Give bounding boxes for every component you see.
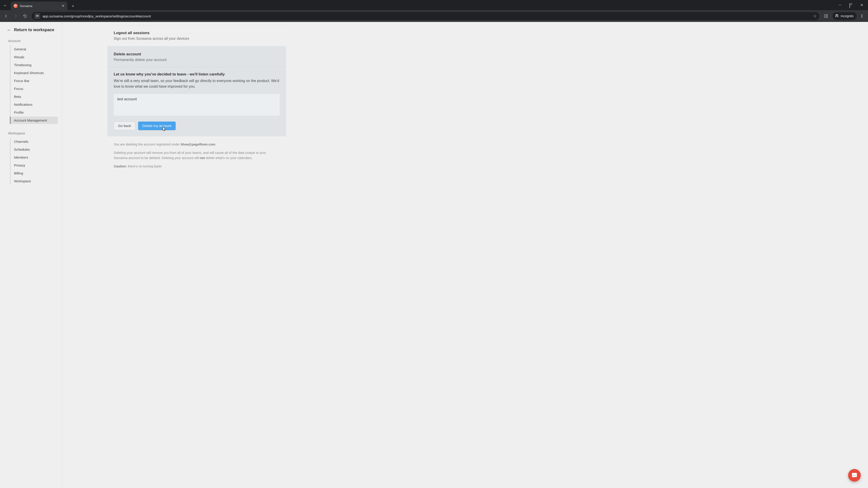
delete-account-header: Delete account Permanently delete your a…: [107, 46, 286, 67]
feedback-title: Let us know why you've decided to leave …: [114, 72, 280, 76]
go-back-button[interactable]: Go back: [114, 122, 135, 130]
sidebar-item-workspace[interactable]: Workspace: [10, 177, 58, 185]
fineprint-pre: You are deleting the account registered …: [114, 142, 181, 146]
settings-sidebar: ← Return to workspace Account GeneralRit…: [0, 22, 62, 488]
window-close-button[interactable]: ✕: [856, 1, 867, 9]
new-tab-button[interactable]: ＋: [70, 2, 76, 9]
tab-close-icon[interactable]: ✕: [62, 4, 65, 8]
tab-title: Sunsama: [20, 4, 59, 8]
nav-back-button[interactable]: [2, 12, 10, 20]
intercom-chat-button[interactable]: [848, 469, 861, 482]
sidebar-section-workspace: Workspace: [0, 130, 59, 137]
caution-text: there's no turning back!: [127, 164, 162, 168]
logout-sessions-block[interactable]: Logout all sessions Sign out from Sunsam…: [107, 25, 286, 46]
delete-feedback-section: Let us know why you've decided to leave …: [107, 67, 286, 136]
sidebar-item-keyboard-shortcuts[interactable]: Keyboard Shortcuts: [10, 69, 58, 76]
sidebar-item-billing[interactable]: Billing: [10, 169, 58, 177]
browser-tab-active[interactable]: Sunsama ✕: [11, 2, 67, 10]
fineprint-not: not: [199, 156, 205, 160]
tab-search-dropdown[interactable]: [0, 1, 9, 10]
sidebar-item-privacy[interactable]: Privacy: [10, 162, 58, 169]
svg-rect-2: [825, 15, 828, 18]
window-maximize-button[interactable]: [845, 1, 856, 9]
caution-label: Caution:: [114, 164, 127, 168]
logout-title: Logout all sessions: [114, 31, 280, 35]
sidebar-item-schedules[interactable]: Schedules: [10, 146, 58, 153]
sidebar-item-focus[interactable]: Focus: [10, 85, 58, 92]
side-panel-button[interactable]: [822, 12, 830, 20]
sidebar-section-account: Account: [0, 37, 59, 45]
arrow-left-icon: ←: [7, 27, 11, 33]
sidebar-item-channels[interactable]: Channels: [10, 138, 58, 145]
sidebar-item-focus-bar[interactable]: Focus Bar: [10, 77, 58, 85]
delete-title: Delete account: [114, 52, 280, 57]
nav-group-account: GeneralRitualsTimeboxingKeyboard Shortcu…: [10, 45, 59, 124]
svg-point-4: [862, 14, 862, 15]
incognito-indicator[interactable]: Incognito: [833, 12, 857, 20]
return-to-workspace-link[interactable]: ← Return to workspace: [0, 27, 62, 37]
browser-tabstrip: Sunsama ✕ ＋ ✕: [0, 0, 868, 10]
url-text: app.sunsama.com/group/moodjoy_workspace/…: [42, 14, 811, 18]
incognito-label: Incognito: [841, 14, 854, 18]
svg-point-6: [862, 17, 862, 18]
feedback-desc: We're still a very small team, so your f…: [114, 78, 280, 90]
delete-subtitle: Permanently delete your account: [114, 58, 280, 62]
sidebar-item-profile[interactable]: Profile: [10, 109, 58, 116]
delete-my-account-button[interactable]: Delete my account: [138, 122, 176, 130]
svg-point-5: [862, 16, 862, 17]
nav-group-workspace: ChannelsSchedulesMembersPrivacyBillingWo…: [10, 138, 59, 185]
svg-rect-1: [36, 16, 38, 17]
address-bar[interactable]: app.sunsama.com/group/moodjoy_workspace/…: [32, 12, 819, 20]
sidebar-item-beta[interactable]: Beta: [10, 93, 58, 100]
feedback-textarea[interactable]: [114, 94, 280, 116]
fineprint-email: bhea@pageflows.com: [181, 142, 215, 146]
sidebar-item-timeboxing[interactable]: Timeboxing: [10, 61, 58, 69]
return-label: Return to workspace: [14, 28, 54, 32]
nav-forward-button[interactable]: [11, 12, 20, 20]
browser-toolbar: app.sunsama.com/group/moodjoy_workspace/…: [0, 10, 868, 22]
sidebar-item-members[interactable]: Members: [10, 154, 58, 161]
bookmark-star-icon[interactable]: ☆: [813, 13, 817, 19]
fineprint-2b: delete what's on your calendars.: [205, 156, 253, 160]
sidebar-item-account-management[interactable]: Account Management: [10, 117, 58, 124]
incognito-icon: [835, 13, 839, 19]
sidebar-item-rituals[interactable]: Rituals: [10, 53, 58, 61]
sunsama-favicon: [13, 4, 18, 8]
delete-account-panel: Delete account Permanently delete your a…: [107, 46, 286, 136]
sidebar-item-notifications[interactable]: Notifications: [10, 101, 58, 108]
browser-menu-button[interactable]: [858, 12, 866, 20]
site-info-icon[interactable]: [34, 13, 40, 19]
svg-rect-0: [36, 15, 38, 16]
settings-main: Logout all sessions Sign out from Sunsam…: [62, 22, 868, 488]
sidebar-item-general[interactable]: General: [10, 45, 58, 53]
delete-fineprint: You are deleting the account registered …: [107, 136, 286, 169]
logout-subtitle: Sign out from Sunsama across all your de…: [114, 37, 280, 41]
nav-reload-button[interactable]: [21, 12, 29, 20]
window-minimize-button[interactable]: [835, 1, 845, 9]
